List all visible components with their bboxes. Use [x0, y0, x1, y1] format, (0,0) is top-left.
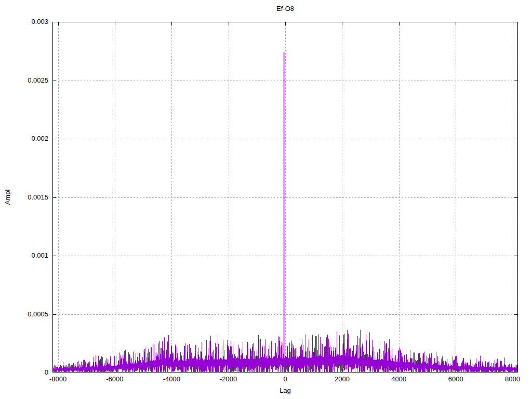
x-tick-label: 2000 [321, 375, 363, 383]
chart-title: Ef-O8 [52, 4, 518, 14]
plot-canvas [52, 22, 518, 373]
y-tick-label: 0.001 [0, 251, 48, 260]
y-tick-label: 0.0005 [0, 310, 48, 318]
x-tick-label: 6000 [435, 375, 476, 383]
y-tick-label: 0.002 [0, 135, 48, 143]
x-tick-label: -2000 [208, 375, 249, 383]
y-tick-label: 0.0025 [0, 76, 48, 85]
y-tick-label: 0 [0, 368, 48, 377]
x-tick-label: 0 [264, 375, 306, 383]
y-tick-label: 0.003 [0, 18, 48, 26]
x-tick-label: -6000 [94, 375, 136, 383]
x-tick-label: 4000 [378, 375, 420, 383]
x-tick-label: 8000 [492, 375, 532, 383]
x-tick-label: -4000 [151, 375, 192, 383]
x-axis-label: Lag [52, 386, 518, 395]
gnuplot-figure: Ef-O8 Ampl Lag -8000-6000-4000-200002000… [0, 0, 532, 399]
y-tick-label: 0.0015 [0, 193, 48, 202]
